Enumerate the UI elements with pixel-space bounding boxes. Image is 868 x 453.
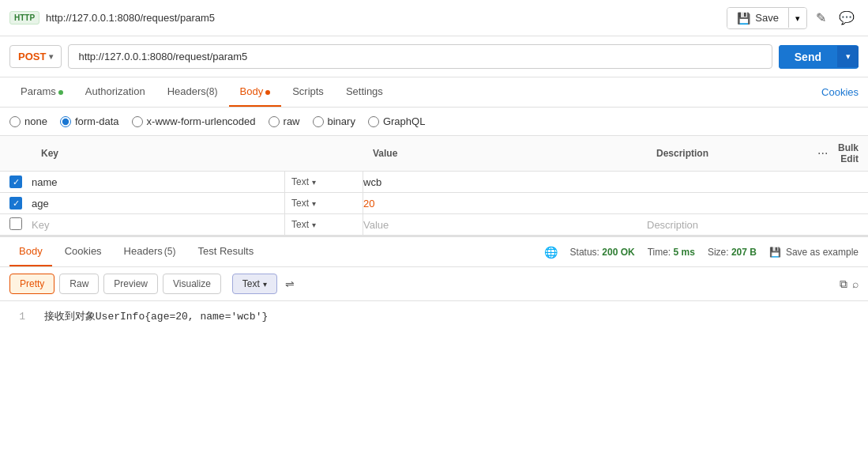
params-dot [58, 90, 63, 95]
option-none[interactable]: none [9, 115, 47, 127]
status-area: 🌐 Status: 200 OK Time: 5 ms Size: 207 B … [544, 246, 859, 259]
preview-button[interactable]: Preview [103, 274, 158, 294]
text-chevron-icon: ▾ [263, 280, 267, 289]
response-tabs: Body Cookies Headers(5) Test Results 🌐 S… [0, 237, 868, 267]
tab-scripts[interactable]: Scripts [281, 77, 335, 107]
radio-x-www[interactable] [132, 116, 143, 127]
radio-graphql[interactable] [368, 116, 379, 127]
radio-form-data[interactable] [60, 116, 71, 127]
response-toolbar: Pretty Raw Preview Visualize Text ▾ ⇌ ⧉ … [0, 267, 868, 301]
body-options: none form-data x-www-form-urlencoded raw… [0, 108, 868, 136]
copy-icon: ⧉ [840, 277, 847, 290]
edit-button[interactable]: ✎ [812, 6, 830, 29]
url-input[interactable] [68, 44, 772, 69]
value-cell: wcb [363, 172, 647, 193]
tab-params[interactable]: Params [9, 77, 74, 107]
text-format-dropdown[interactable]: Text ▾ [232, 274, 277, 294]
method-selector[interactable]: POST ▾ [9, 45, 62, 68]
option-raw[interactable]: raw [269, 115, 300, 127]
send-button[interactable]: Send [779, 45, 837, 69]
key-cell-placeholder[interactable]: Key [32, 214, 284, 236]
pencil-icon: ✎ [816, 11, 826, 25]
filter-icon[interactable]: ⇌ [285, 277, 295, 290]
type-chevron-icon: ▾ [312, 221, 316, 229]
method-chevron-icon: ▾ [49, 52, 53, 61]
col-checkbox [0, 136, 32, 172]
size-label: Size: 207 B [708, 247, 757, 258]
send-chevron-icon: ▾ [846, 51, 851, 61]
comment-button[interactable]: 💬 [835, 6, 859, 29]
status-label: Status: 200 OK [570, 247, 635, 258]
line-number: 1 [9, 311, 25, 323]
checkbox-cell[interactable]: ✓ [0, 172, 32, 193]
url-bar: POST ▾ Send ▾ [0, 36, 868, 77]
btab-body[interactable]: Body [9, 237, 52, 266]
option-form-data[interactable]: form-data [60, 115, 119, 127]
copy-button[interactable]: ⧉ [840, 277, 847, 291]
radio-binary[interactable] [313, 116, 324, 127]
raw-button[interactable]: Raw [59, 274, 99, 294]
response-code-area: 1 接收到对象UserInfo{age=20, name='wcb'} [0, 301, 868, 331]
visualize-button[interactable]: Visualize [163, 274, 221, 294]
value-cell-placeholder[interactable]: Value [363, 214, 647, 236]
save-dropdown-button[interactable]: ▾ [788, 8, 806, 28]
globe-icon: 🌐 [544, 246, 558, 259]
desc-cell [647, 193, 868, 214]
type-label: Text [291, 198, 309, 209]
cookies-link[interactable]: Cookies [821, 86, 859, 98]
response-code-line1: 接收到对象UserInfo{age=20, name='wcb'} [44, 311, 268, 323]
save-button-group: 💾 Save ▾ [727, 7, 807, 29]
pretty-button[interactable]: Pretty [9, 274, 54, 294]
search-icon: ⌕ [852, 277, 859, 290]
save-example-icon: 💾 [769, 247, 781, 258]
checkbox-name[interactable]: ✓ [9, 176, 22, 188]
key-cell: age [32, 193, 284, 214]
type-label: Text [291, 176, 309, 187]
type-cell[interactable]: Text ▾ [284, 214, 363, 236]
search-button[interactable]: ⌕ [852, 277, 859, 290]
checkbox-age[interactable]: ✓ [9, 197, 22, 210]
option-x-www[interactable]: x-www-form-urlencoded [132, 115, 256, 127]
checkbox-new[interactable] [9, 217, 22, 230]
request-tabs: Params Authorization Headers(8) Body Scr… [0, 77, 868, 108]
save-label: Save [755, 12, 779, 24]
radio-none[interactable] [9, 116, 21, 127]
type-cell[interactable]: Text ▾ [284, 193, 363, 214]
table-row: ✓ name Text ▾ wcb [0, 172, 868, 193]
save-example-button[interactable]: 💾 Save as example [769, 247, 859, 258]
col-key: Key [32, 136, 284, 172]
form-table: Key Value Description ··· Bulk Edit ✓ na… [0, 136, 868, 236]
checkbox-cell[interactable]: ✓ [0, 193, 32, 214]
tab-body[interactable]: Body [229, 77, 282, 107]
top-actions: 💾 Save ▾ ✎ 💬 [727, 6, 859, 29]
tab-authorization[interactable]: Authorization [74, 77, 156, 107]
top-url-display: http://127.0.0.1:8080/request/param5 [46, 12, 720, 24]
body-dot [265, 90, 270, 95]
text-format-label: Text [242, 278, 260, 289]
save-example-label: Save as example [786, 247, 859, 258]
option-graphql[interactable]: GraphQL [368, 115, 425, 127]
method-label: POST [18, 51, 46, 62]
response-section: Body Cookies Headers(5) Test Results 🌐 S… [0, 236, 868, 331]
comment-icon: 💬 [839, 11, 855, 25]
btab-test-results[interactable]: Test Results [188, 237, 263, 266]
type-chevron-icon: ▾ [312, 199, 316, 208]
tab-settings[interactable]: Settings [335, 77, 394, 107]
key-cell: name [32, 172, 284, 193]
btab-cookies[interactable]: Cookies [55, 237, 111, 266]
option-binary[interactable]: binary [313, 115, 355, 127]
send-button-group: Send ▾ [779, 45, 859, 69]
col-type [284, 136, 363, 172]
col-value: Value [363, 136, 647, 172]
bulk-edit-label: Bulk Edit [836, 142, 859, 164]
send-dropdown-button[interactable]: ▾ [837, 46, 859, 67]
more-options-button[interactable]: ··· [814, 146, 831, 160]
checkbox-cell[interactable] [0, 214, 32, 236]
tab-headers[interactable]: Headers(8) [156, 77, 229, 107]
btab-headers[interactable]: Headers(5) [115, 237, 186, 266]
type-cell[interactable]: Text ▾ [284, 172, 363, 193]
chevron-down-icon: ▾ [795, 13, 800, 23]
save-button[interactable]: 💾 Save [727, 8, 788, 28]
desc-cell [647, 172, 868, 193]
radio-raw[interactable] [269, 116, 280, 127]
